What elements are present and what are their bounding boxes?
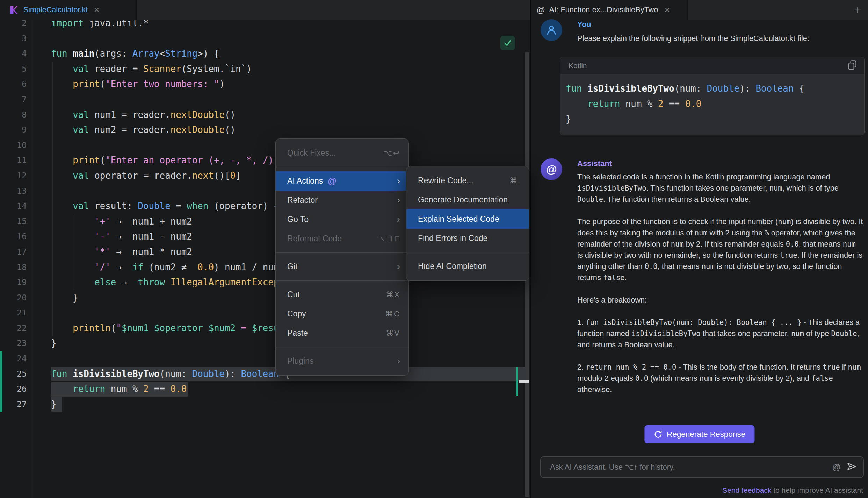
- regenerate-label: Regenerate Response: [667, 430, 745, 439]
- chat-input-container: @: [540, 456, 864, 478]
- assistant-message: The selected code is a function in the K…: [577, 171, 863, 406]
- code-line[interactable]: 22 println("$num1 $operator $num2 = $res…: [0, 321, 530, 336]
- inspections-ok-badge[interactable]: [500, 36, 515, 50]
- menu-shortcut: ⌥↩: [383, 149, 400, 158]
- code-line[interactable]: 27}: [0, 397, 530, 412]
- line-number: 9: [0, 122, 27, 138]
- submenu-chevron-icon: ›: [397, 356, 400, 366]
- code-line[interactable]: 21: [0, 305, 530, 321]
- line-number: 11: [0, 153, 27, 168]
- code-line[interactable]: 25fun isDivisibleByTwo(num: Double): Boo…: [0, 367, 530, 382]
- copy-icon: [847, 60, 857, 70]
- ai-menu-item-find-errors-in-code[interactable]: Find Errors in Code: [406, 229, 529, 248]
- ai-swirl-icon: @: [546, 163, 557, 176]
- send-button[interactable]: [846, 461, 857, 473]
- menu-item-label: Quick Fixes...: [287, 148, 336, 158]
- code-line[interactable]: 5 val reader = Scanner(System.`in`): [0, 62, 530, 77]
- code-line[interactable]: 6 print("Enter two numbers: "): [0, 77, 530, 92]
- snippet-line: }: [566, 112, 864, 127]
- indent-guide: [74, 214, 74, 290]
- line-number: 15: [0, 214, 27, 229]
- menu-separator: [276, 280, 408, 281]
- line-number: 25: [0, 367, 27, 382]
- code-line[interactable]: 4fun main(args: Array<String>) {: [0, 46, 530, 62]
- menu-item-label: Reformat Code: [287, 234, 342, 243]
- menu-shortcut: ⌥⇧F: [378, 234, 400, 243]
- line-number: 8: [0, 107, 27, 123]
- code-text: '-' → num1 - num2: [51, 229, 192, 244]
- code-text: }: [51, 336, 57, 351]
- menu-item-label: Explain Selected Code: [418, 214, 499, 224]
- submenu-chevron-icon: ›: [397, 262, 400, 271]
- gutter-separator: [33, 20, 33, 498]
- chat-input[interactable]: [544, 463, 832, 472]
- code-text: val num2 = reader.nextDouble(): [51, 122, 236, 138]
- mention-icon[interactable]: @: [832, 462, 841, 472]
- tab-close-icon[interactable]: ×: [94, 5, 99, 15]
- ai-menu-item-generate-documentation[interactable]: Generate Documentation: [406, 190, 529, 209]
- indent-guide: [52, 62, 53, 336]
- code-text: val num1 = reader.nextDouble(): [51, 107, 236, 123]
- menu-item-paste[interactable]: Paste⌘V: [276, 323, 408, 343]
- copy-code-button[interactable]: [847, 60, 857, 72]
- ai-menu-item-rewrite-code[interactable]: Rewrite Code...⌘.: [406, 171, 529, 190]
- line-number: 6: [0, 77, 27, 92]
- ai-menu-item-explain-selected-code[interactable]: Explain Selected Code: [406, 209, 529, 229]
- user-message: Please explain the following snippet fro…: [577, 34, 809, 43]
- line-number: 20: [0, 290, 27, 306]
- menu-item-cut[interactable]: Cut⌘X: [276, 285, 408, 304]
- code-line[interactable]: 8 val num1 = reader.nextDouble(): [0, 107, 530, 123]
- menu-item-label: Refactor: [287, 195, 318, 205]
- line-number: 27: [0, 397, 27, 412]
- menu-item-label: Rewrite Code...: [418, 176, 473, 185]
- code-line[interactable]: 7: [0, 92, 530, 107]
- menu-item-label: Generate Documentation: [418, 195, 508, 205]
- ai-chat-tab-close-icon[interactable]: ×: [665, 5, 670, 15]
- ai-menu-item-hide-ai-completion[interactable]: Hide AI Completion: [406, 257, 529, 276]
- snippet-line: fun isDivisibleByTwo(num: Double): Boole…: [566, 81, 864, 97]
- menu-item-label: Copy: [287, 309, 306, 319]
- menu-item-label: Cut: [287, 290, 300, 299]
- ai-chat-tab[interactable]: @ AI: Function ex...DivisibleByTwo ×: [531, 0, 687, 20]
- new-chat-button[interactable]: +: [854, 3, 861, 16]
- feedback-footer: Send feedback to help improve AI assista…: [722, 486, 863, 495]
- send-feedback-link[interactable]: Send feedback: [722, 486, 771, 494]
- menu-separator: [276, 347, 408, 347]
- submenu-chevron-icon: ›: [397, 176, 400, 186]
- menu-item-label: Git: [287, 262, 297, 271]
- menu-item-refactor[interactable]: Refactor›: [276, 191, 408, 210]
- assistant-paragraph: 2. return num % 2 == 0.0 - This is the b…: [577, 362, 863, 395]
- code-text: val operator = reader.next()[0]: [51, 168, 241, 184]
- menu-item-ai-actions[interactable]: AI Actions@›: [276, 171, 408, 191]
- menu-item-copy[interactable]: Copy⌘C: [276, 304, 408, 323]
- code-line[interactable]: 24: [0, 351, 530, 367]
- user-avatar: [541, 19, 562, 41]
- editor-tab-bar: SimpleCalculator.kt ×: [0, 0, 530, 20]
- code-line[interactable]: 26 return num % 2 == 0.0: [0, 382, 530, 397]
- regenerate-response-button[interactable]: Regenerate Response: [644, 425, 754, 443]
- tab-simplecalculator[interactable]: SimpleCalculator.kt ×: [0, 0, 136, 20]
- assistant-paragraph: 1. fun isDivisibleByTwo(num: Double): Bo…: [577, 317, 863, 350]
- check-icon: [503, 38, 512, 48]
- menu-item-quick-fixes: Quick Fixes...⌥↩: [276, 143, 408, 163]
- code-line[interactable]: 9 val num2 = reader.nextDouble(): [0, 122, 530, 138]
- code-line[interactable]: 10: [0, 138, 530, 153]
- code-line[interactable]: 23}: [0, 336, 530, 351]
- ai-swirl-icon: @: [328, 176, 336, 186]
- code-text: '+' → num1 + num2: [51, 214, 192, 229]
- line-number: 12: [0, 168, 27, 184]
- line-number: 3: [0, 31, 27, 47]
- menu-item-go-to[interactable]: Go To›: [276, 210, 408, 229]
- code-snippet-body[interactable]: fun isDivisibleByTwo(num: Double): Boole…: [560, 74, 864, 135]
- menu-separator: [276, 167, 408, 167]
- code-text: println("$num1 $operator $num2 = $result…: [51, 321, 301, 336]
- code-snippet-block: Kotlin fun isDivisibleByTwo(num: Double)…: [560, 57, 865, 135]
- code-line[interactable]: 3: [0, 31, 530, 47]
- menu-item-git[interactable]: Git›: [276, 257, 408, 276]
- menu-separator: [406, 252, 529, 252]
- code-text: val reader = Scanner(System.`in`): [51, 62, 252, 77]
- line-number: 18: [0, 260, 27, 275]
- line-number: 19: [0, 275, 27, 290]
- code-text: fun isDivisibleByTwo(num: Double): Boole…: [51, 367, 290, 382]
- code-line[interactable]: 20 }: [0, 290, 530, 306]
